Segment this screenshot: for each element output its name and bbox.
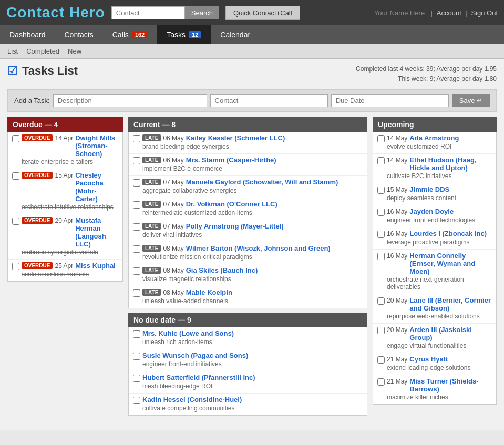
task-description: maximize killer niches — [387, 394, 492, 401]
task-contact[interactable]: Lane III (Bernier, Cormier and Gibson) — [409, 296, 492, 312]
task-checkbox[interactable] — [133, 223, 140, 231]
add-task-contact[interactable] — [210, 94, 328, 107]
list-item: LATE 07 May Dr. Volkman (O'Conner LLC) r… — [129, 198, 367, 220]
subnav-new[interactable]: New — [68, 47, 81, 55]
task-contact[interactable]: Mrs. Stamm (Casper-Hirthe) — [186, 156, 276, 164]
header-right: Your Name Here | Account | Sign Out — [372, 9, 498, 17]
task-checkbox[interactable] — [133, 267, 140, 275]
add-task-save-button[interactable]: Save ↵ — [452, 94, 490, 107]
task-checkbox[interactable] — [133, 397, 140, 404]
task-checkbox[interactable] — [133, 330, 140, 338]
task-contact[interactable]: Ethel Hudson (Haag, Hickle and Upton) — [409, 156, 492, 172]
upcoming-header: Upcoming — [373, 117, 497, 132]
search-input[interactable] — [111, 6, 185, 19]
task-checkbox[interactable] — [377, 135, 385, 142]
task-contact[interactable]: Gia Skiles (Bauch Inc) — [186, 266, 258, 274]
tab-dashboard[interactable]: Dashboard — [0, 25, 55, 44]
late-badge: LATE — [142, 179, 161, 185]
tab-contacts[interactable]: Contacts — [55, 25, 103, 44]
task-date: 14 May — [387, 134, 407, 142]
task-contact[interactable]: Miss Kuphal — [75, 262, 116, 270]
tab-calls[interactable]: Calls 162 — [103, 25, 157, 44]
task-checkbox[interactable] — [377, 209, 385, 216]
task-contact[interactable]: Hubert Satterfield (Pfannerstill Inc) — [142, 374, 255, 381]
task-contact[interactable]: Jimmie DDS — [409, 185, 449, 193]
task-checkbox[interactable] — [377, 187, 385, 194]
task-contact[interactable]: Kadin Hessel (Considine-Huel) — [142, 396, 242, 403]
task-contact[interactable]: Cyrus Hyatt — [409, 355, 448, 363]
tab-tasks[interactable]: Tasks 12 — [157, 25, 211, 44]
signout-link[interactable]: Sign Out — [471, 9, 498, 17]
search-button[interactable]: Search — [185, 6, 219, 19]
task-checkbox[interactable] — [12, 218, 19, 225]
nodue-body: Mrs. Kuhic (Lowe and Sons) unleash rich … — [128, 327, 367, 416]
account-link[interactable]: Account — [437, 9, 461, 17]
tab-calendar[interactable]: Calendar — [211, 25, 260, 44]
task-contact[interactable]: Lourdes I (Zboncak Inc) — [409, 230, 487, 237]
task-checkbox[interactable] — [377, 297, 385, 305]
task-date: 16 May — [387, 230, 407, 237]
task-checkbox[interactable] — [377, 378, 385, 386]
quick-contact-button[interactable]: Quick Contact+Call — [225, 6, 300, 20]
task-checkbox[interactable] — [133, 289, 140, 297]
task-contact[interactable]: Miss Turner (Shields-Barrows) — [409, 377, 492, 393]
late-badge: LATE — [142, 245, 161, 252]
task-date: 21 May — [387, 378, 407, 385]
task-contact[interactable]: Wilmer Barton (Wisozk, Johnson and Green… — [186, 244, 331, 252]
task-checkbox[interactable] — [12, 135, 19, 142]
task-checkbox[interactable] — [133, 157, 140, 164]
task-checkbox[interactable] — [377, 327, 385, 334]
task-contact[interactable]: Susie Wunsch (Pagac and Sons) — [142, 351, 248, 359]
task-contact[interactable]: Mrs. Kuhic (Lowe and Sons) — [142, 329, 234, 337]
task-description: visualize magnetic relationships — [142, 275, 363, 283]
task-contact[interactable]: Jayden Doyle — [409, 208, 454, 215]
add-task-description[interactable] — [53, 94, 207, 107]
list-item: LATE 06 May Kailey Kessler (Schmeler LLC… — [129, 132, 367, 154]
task-date: 14 Apr — [55, 134, 73, 142]
task-date: 25 Apr — [55, 262, 73, 270]
list-item: LATE 08 May Gia Skiles (Bauch Inc) visua… — [129, 264, 367, 286]
task-date: 20 May — [387, 297, 407, 304]
task-contact[interactable]: Mable Koelpin — [186, 288, 232, 296]
subnav-completed[interactable]: Completed — [26, 47, 59, 55]
task-contact[interactable]: Kailey Kessler (Schmeler LLC) — [186, 134, 285, 142]
task-date: 06 May — [163, 134, 183, 142]
task-contact[interactable]: Polly Armstrong (Mayer-Littel) — [186, 222, 284, 230]
task-contact[interactable]: Dwight Mills (Stroman-Schoen) — [75, 134, 118, 158]
task-contact[interactable]: Ada Armstrong — [409, 134, 459, 142]
task-checkbox[interactable] — [377, 356, 385, 364]
task-checkbox[interactable] — [133, 201, 140, 209]
task-contact[interactable]: Dr. Volkman (O'Conner LLC) — [186, 200, 277, 208]
task-checkbox[interactable] — [133, 179, 140, 187]
task-description: implement B2C e-commerce — [142, 165, 363, 172]
checkmark-icon: ☑ — [7, 64, 18, 78]
task-checkbox[interactable] — [133, 135, 140, 142]
task-checkbox[interactable] — [133, 353, 140, 360]
add-task-date[interactable] — [331, 94, 449, 107]
task-description: brand bleeding-edge synergies — [142, 143, 363, 150]
task-checkbox[interactable] — [133, 245, 140, 253]
list-item: Hubert Satterfield (Pfannerstill Inc) me… — [129, 371, 367, 394]
task-date: 08 May — [163, 267, 183, 274]
task-contact[interactable]: Herman Connelly (Ernser, Wyman and Moen) — [409, 252, 492, 275]
task-description: mesh bleeding-edge ROI — [142, 382, 363, 390]
task-checkbox[interactable] — [377, 231, 385, 238]
user-name: Your Name Here — [374, 9, 425, 17]
task-contact[interactable]: Chesley Pacocha (Mohr-Carter) — [75, 171, 118, 203]
task-checkbox[interactable] — [12, 263, 19, 270]
task-contact[interactable]: Manuela Gaylord (Schowalter, Will and St… — [186, 178, 338, 186]
list-item: LATE 08 May Mable Koelpin unleash value-… — [129, 286, 367, 308]
task-checkbox[interactable] — [133, 375, 140, 382]
subnav-list[interactable]: List — [7, 47, 18, 55]
task-date: 20 Apr — [55, 217, 73, 224]
task-contact[interactable]: Mustafa Herman (Langosh LLC) — [75, 216, 118, 248]
task-checkbox[interactable] — [12, 172, 19, 180]
task-date: 21 May — [387, 356, 407, 363]
task-checkbox[interactable] — [377, 253, 385, 260]
current-body: LATE 06 May Kailey Kessler (Schmeler LLC… — [128, 132, 367, 308]
upcoming-column: Upcoming 14 May Ada Armstrong evolve cus… — [373, 117, 497, 405]
columns: Overdue — 4 OVERDUE 14 Apr Dwight Mills … — [7, 117, 497, 416]
task-checkbox[interactable] — [377, 157, 385, 164]
task-contact[interactable]: Arden III (Jaskolski Group) — [409, 326, 492, 341]
task-date: 15 May — [387, 186, 407, 193]
